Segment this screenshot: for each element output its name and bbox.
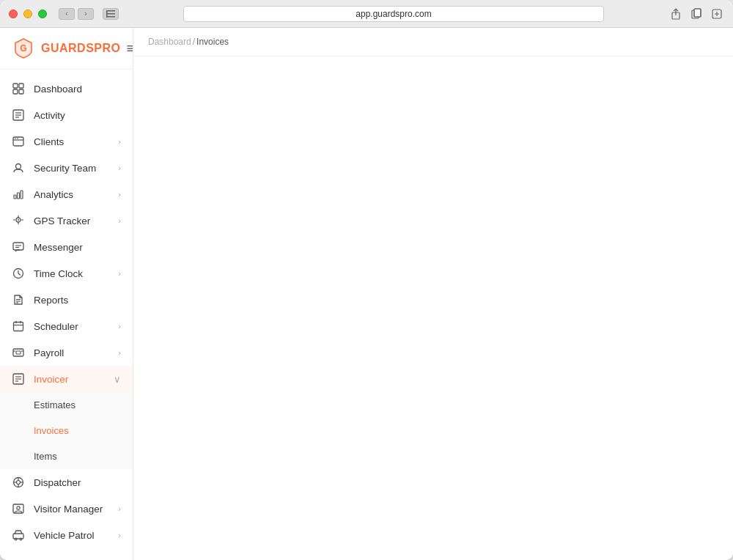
time-clock-chevron: › <box>118 269 121 278</box>
time-clock-label: Time Clock <box>34 268 109 279</box>
svg-rect-40 <box>16 351 21 354</box>
analytics-chevron: › <box>118 190 121 199</box>
svg-rect-10 <box>13 84 18 88</box>
sidebar-item-gps-tracker[interactable]: GPS Tracker › <box>0 207 133 234</box>
sidebar-toggle-button[interactable] <box>103 8 119 20</box>
back-button[interactable]: ‹ <box>59 8 75 20</box>
sidebar-item-activity[interactable]: Activity <box>0 102 133 128</box>
svg-rect-55 <box>13 534 23 539</box>
browser-window: ‹ › app.guardspro.com <box>0 0 733 560</box>
vehicle-patrol-label: Vehicle Patrol <box>34 530 109 541</box>
clients-label: Clients <box>34 136 109 147</box>
gps-tracker-icon <box>12 214 25 227</box>
sidebar-item-items[interactable]: Items <box>0 443 133 469</box>
svg-rect-23 <box>14 195 16 199</box>
titlebar: ‹ › app.guardspro.com <box>0 0 733 28</box>
minimize-button[interactable] <box>23 10 32 18</box>
url-text: app.guardspro.com <box>356 9 431 19</box>
dispatcher-label: Dispatcher <box>34 477 121 488</box>
sidebar-item-visitor-manager[interactable]: Visitor Manager › <box>0 495 133 522</box>
svg-rect-24 <box>18 193 20 199</box>
sidebar-item-invoicer[interactable]: Invoicer ∨ <box>0 366 133 392</box>
sidebar-item-messenger[interactable]: Messenger <box>0 234 133 260</box>
activity-icon <box>12 108 25 122</box>
svg-rect-6 <box>694 9 701 17</box>
reports-icon <box>12 293 25 306</box>
sidebar-item-time-clock[interactable]: Time Clock › <box>0 260 133 287</box>
estimates-label: Estimates <box>34 399 75 410</box>
clients-chevron: › <box>118 137 121 146</box>
breadcrumb: Dashboard/Invoices <box>133 28 733 56</box>
vehicle-patrol-chevron: › <box>118 531 121 539</box>
logo-icon: G <box>12 37 35 60</box>
url-bar[interactable]: app.guardspro.com <box>183 6 604 22</box>
sidebar-item-security-team[interactable]: Security Team › <box>0 155 133 181</box>
svg-rect-35 <box>14 323 23 331</box>
items-label: Items <box>34 451 57 462</box>
svg-point-54 <box>17 506 20 509</box>
main-content: Dashboard/Invoices <box>133 28 733 560</box>
maximize-button[interactable] <box>38 10 47 18</box>
sidebar-item-scheduler[interactable]: Scheduler › <box>0 313 133 339</box>
reports-label: Reports <box>34 295 121 306</box>
add-tab-button[interactable] <box>710 7 724 21</box>
sidebar-item-estimates[interactable]: Estimates <box>0 392 133 418</box>
breadcrumb-parent[interactable]: Dashboard <box>148 37 191 47</box>
svg-rect-1 <box>106 13 115 15</box>
close-button[interactable] <box>9 10 18 18</box>
copy-button[interactable] <box>689 7 704 21</box>
sidebar-item-payroll[interactable]: Payroll › <box>0 339 133 366</box>
analytics-icon <box>12 188 25 201</box>
vehicle-patrol-icon <box>12 528 25 542</box>
sidebar-item-reports[interactable]: Reports <box>0 287 133 313</box>
visitor-manager-label: Visitor Manager <box>34 504 109 515</box>
dashboard-label: Dashboard <box>34 84 121 95</box>
sidebar-item-analytics[interactable]: Analytics › <box>0 181 133 207</box>
sidebar-item-clients[interactable]: Clients › <box>0 128 133 155</box>
scheduler-icon <box>12 320 25 333</box>
sidebar-item-vehicle-patrol[interactable]: Vehicle Patrol › <box>0 522 133 548</box>
security-team-label: Security Team <box>34 163 109 174</box>
analytics-label: Analytics <box>34 189 109 200</box>
nav-menu: Dashboard Activity <box>0 70 133 560</box>
svg-point-48 <box>17 481 21 485</box>
payroll-chevron: › <box>118 348 121 357</box>
security-team-icon <box>12 161 25 174</box>
svg-rect-28 <box>13 243 23 250</box>
svg-rect-2 <box>106 16 115 18</box>
activity-label: Activity <box>34 110 121 121</box>
invoicer-submenu: Estimates Invoices Items <box>0 392 133 469</box>
dashboard-icon <box>12 82 25 95</box>
forward-button[interactable]: › <box>78 8 94 20</box>
scheduler-chevron: › <box>118 322 121 331</box>
clients-icon <box>12 135 25 148</box>
gps-tracker-chevron: › <box>118 216 121 225</box>
svg-rect-11 <box>19 84 23 88</box>
sidebar-item-dashboard[interactable]: Dashboard <box>0 75 133 102</box>
breadcrumb-separator: / <box>193 37 195 47</box>
messenger-label: Messenger <box>34 242 121 253</box>
sidebar: G GUARDSPRO ≡ <box>0 28 133 560</box>
svg-rect-12 <box>13 89 18 94</box>
visitor-manager-chevron: › <box>118 504 121 513</box>
svg-rect-0 <box>106 10 115 12</box>
sidebar-item-dispatcher[interactable]: Dispatcher <box>0 469 133 495</box>
svg-rect-18 <box>13 137 23 146</box>
time-clock-icon <box>12 267 25 280</box>
logo-area: G GUARDSPRO ≡ <box>0 28 133 70</box>
invoicer-label: Invoicer <box>34 374 105 385</box>
breadcrumb-current: Invoices <box>196 37 229 47</box>
share-button[interactable] <box>668 7 683 21</box>
sidebar-item-invoices[interactable]: Invoices <box>0 418 133 443</box>
visitor-manager-icon <box>12 502 25 515</box>
svg-text:G: G <box>20 43 26 54</box>
security-team-chevron: › <box>118 163 121 172</box>
svg-rect-3 <box>106 10 108 18</box>
gps-tracker-label: GPS Tracker <box>34 215 109 226</box>
svg-point-27 <box>18 219 19 221</box>
hamburger-button[interactable]: ≡ <box>127 41 133 56</box>
messenger-icon <box>12 240 25 254</box>
svg-rect-39 <box>13 349 23 356</box>
svg-rect-13 <box>19 89 23 94</box>
svg-point-22 <box>16 164 21 169</box>
